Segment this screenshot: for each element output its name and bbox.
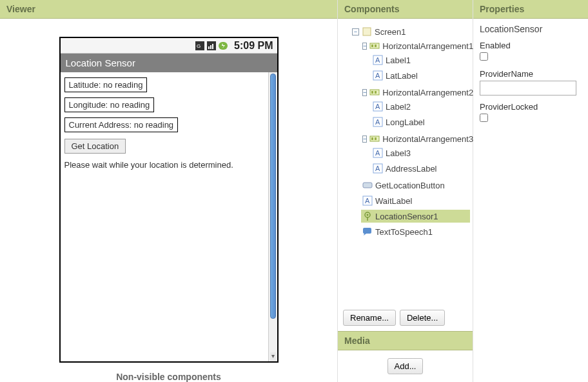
- properties-component-name: LocationSensor: [480, 24, 582, 34]
- providerlocked-checkbox[interactable]: [480, 114, 488, 122]
- rename-button[interactable]: Rename...: [343, 310, 396, 326]
- scrollbar-thumb[interactable]: [270, 74, 276, 319]
- wait-label: Please wait while your location is deter…: [64, 160, 264, 170]
- tree-item-ha1[interactable]: − HorizontalArrangement1: [361, 39, 470, 52]
- svg-rect-4: [210, 45, 211, 49]
- network-icon: G: [195, 41, 204, 50]
- tree-item-label3[interactable]: A Label3: [371, 146, 470, 159]
- tree-item-ha2[interactable]: − HorizontalArrangement2: [361, 86, 470, 99]
- tree-item-screen1[interactable]: − Screen1: [351, 25, 470, 38]
- statusbar: G 5:09 PM: [61, 38, 277, 54]
- svg-text:A: A: [375, 72, 380, 79]
- svg-rect-19: [375, 91, 377, 94]
- signal-icon: [207, 41, 216, 50]
- button-icon: [362, 180, 373, 190]
- providername-input[interactable]: [480, 81, 576, 96]
- statusbar-time: 5:09 PM: [234, 40, 273, 52]
- svg-text:A: A: [375, 103, 380, 110]
- battery-icon: [219, 41, 229, 50]
- svg-rect-3: [208, 46, 210, 49]
- app-titlebar: Location Sensor: [61, 54, 277, 72]
- component-tree: − Screen1 − HorizontalArrangement1: [338, 19, 473, 305]
- svg-text:A: A: [375, 118, 380, 126]
- tree-item-locationsensor1[interactable]: LocationSensor1: [361, 210, 470, 223]
- viewer-panel: Viewer G 5:09 PM Location Sensor: [0, 0, 338, 382]
- components-header: Components: [338, 0, 473, 19]
- latitude-row: Latitude: no reading: [64, 77, 148, 92]
- label-icon: A: [362, 196, 373, 206]
- svg-text:A: A: [375, 56, 380, 64]
- tree-item-ha3[interactable]: − HorizontalArrangement3: [361, 132, 470, 145]
- address-row: Current Address: no reading: [64, 117, 179, 132]
- expander-icon[interactable]: −: [352, 28, 359, 35]
- media-header: Media: [338, 331, 473, 350]
- arrangement-icon: [369, 134, 380, 144]
- svg-rect-12: [375, 45, 377, 47]
- providername-label: ProviderName: [480, 69, 582, 79]
- tree-item-latlabel[interactable]: A LatLabel: [371, 69, 470, 82]
- label-icon: A: [373, 101, 383, 112]
- expander-icon[interactable]: −: [362, 136, 367, 143]
- svg-rect-25: [371, 137, 373, 140]
- viewer-header: Viewer: [0, 0, 337, 19]
- tree-item-longlabel[interactable]: A LongLabel: [371, 116, 470, 128]
- label-icon: A: [373, 163, 383, 174]
- enabled-checkbox[interactable]: [480, 52, 488, 61]
- speech-icon: [362, 226, 373, 237]
- scroll-down-icon[interactable]: ▾: [270, 352, 276, 361]
- providerlocked-label: ProviderLocked: [480, 102, 582, 112]
- delete-button[interactable]: Delete...: [400, 310, 445, 326]
- svg-rect-31: [363, 183, 372, 188]
- nonvisible-heading: Non-visible components: [116, 372, 221, 382]
- arrangement-icon: [369, 87, 380, 97]
- properties-panel: Properties LocationSensor Enabled Provid…: [473, 0, 588, 382]
- properties-header: Properties: [473, 0, 588, 19]
- label-icon: A: [373, 55, 383, 65]
- svg-text:A: A: [375, 149, 380, 157]
- tree-item-addresslabel[interactable]: A AddressLabel: [371, 162, 470, 175]
- tree-item-waitlabel[interactable]: A WaitLabel: [361, 194, 470, 207]
- scrollbar[interactable]: ▾: [268, 72, 277, 361]
- tree-item-getlocationbutton[interactable]: GetLocationButton: [361, 179, 470, 192]
- get-location-button[interactable]: Get Location: [64, 139, 126, 154]
- svg-rect-5: [212, 44, 213, 49]
- phone-preview: G 5:09 PM Location Sensor Latitude: no r…: [59, 37, 279, 363]
- location-icon: [362, 211, 373, 221]
- expander-icon[interactable]: −: [362, 89, 367, 96]
- svg-rect-26: [375, 137, 377, 140]
- label-icon: A: [373, 117, 383, 127]
- expander-icon[interactable]: −: [362, 43, 367, 50]
- label-icon: A: [373, 70, 383, 81]
- svg-rect-18: [371, 91, 373, 94]
- svg-text:A: A: [375, 165, 380, 172]
- svg-rect-9: [363, 28, 371, 35]
- components-panel: Components − Screen1 − Horizonta: [338, 0, 473, 382]
- svg-text:G: G: [197, 43, 201, 49]
- arrangement-icon: [369, 41, 380, 51]
- tree-item-label2[interactable]: A Label2: [371, 100, 470, 113]
- svg-text:A: A: [365, 197, 370, 205]
- enabled-label: Enabled: [480, 41, 582, 50]
- tree-item-texttospeech1[interactable]: TextToSpeech1: [361, 225, 470, 238]
- screen-content: Latitude: no reading Longitude: no readi…: [61, 72, 268, 361]
- label-icon: A: [373, 148, 383, 158]
- longitude-row: Longitude: no reading: [64, 97, 155, 112]
- svg-rect-11: [371, 45, 373, 47]
- screen-icon: [362, 26, 372, 37]
- svg-point-35: [367, 214, 369, 216]
- tree-item-label1[interactable]: A Label1: [371, 54, 470, 66]
- add-media-button[interactable]: Add...: [387, 358, 424, 374]
